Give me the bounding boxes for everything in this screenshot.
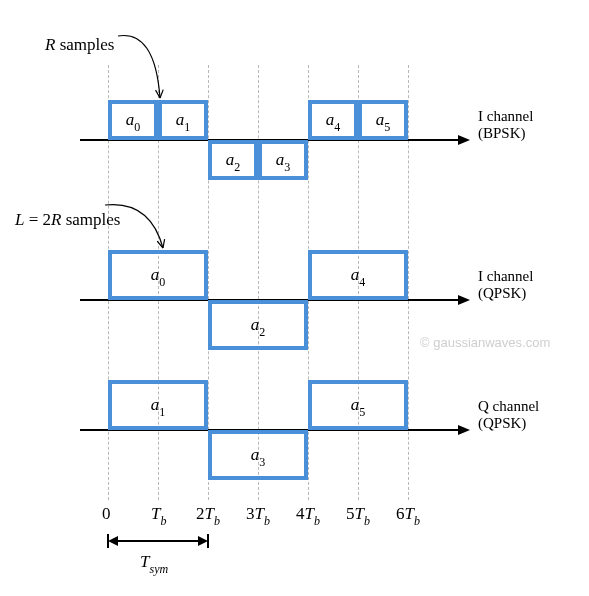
- diagram-root: I channel(BPSK)I channel(QPSK)Q channel(…: [0, 0, 589, 596]
- callout-arrow: [0, 0, 589, 596]
- watermark: © gaussianwaves.com: [420, 335, 550, 350]
